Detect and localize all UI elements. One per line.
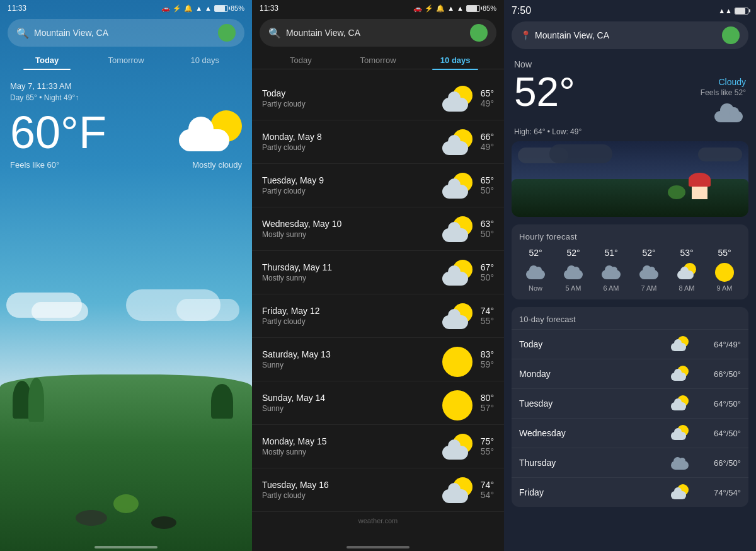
- tab-tomorrow-1[interactable]: Tomorrow: [86, 52, 165, 69]
- tenday-icon: [670, 336, 689, 352]
- big-temp-1: 60°F: [10, 110, 106, 155]
- forecast-condition: Mostly sunny: [262, 230, 434, 239]
- status-time-3: 7:50: [512, 5, 531, 16]
- tenday-day: Wednesday: [519, 428, 663, 438]
- tab-10days-1[interactable]: 10 days: [166, 52, 244, 69]
- frog-widget: [668, 185, 685, 199]
- temp-low: 50°: [481, 229, 494, 239]
- battery-pct-1: 85%: [231, 4, 244, 12]
- tenday-icon: [670, 455, 689, 471]
- forecast-day-info: TodayPartly cloudy: [262, 88, 434, 108]
- battery-pct-2: 85%: [483, 4, 496, 12]
- forecast-temps: 74°55°: [481, 306, 494, 326]
- forecast-item: Monday, May 8Partly cloudy66°49°: [252, 120, 504, 164]
- tab-today-1[interactable]: Today: [8, 52, 86, 69]
- forecast-day-name: Saturday, May 13: [262, 349, 434, 359]
- forecast-condition: Partly cloudy: [262, 187, 434, 195]
- location-pin-icon: 📍: [520, 30, 531, 40]
- tenday-section: 10-day forecast Today64°/49°Monday66°/50…: [512, 307, 748, 507]
- hourly-time: 6 AM: [595, 284, 627, 292]
- search-icon-1: 🔍: [16, 27, 29, 39]
- tenday-temps: 74°/54°: [697, 488, 741, 497]
- battery-icon-2: [466, 5, 480, 12]
- tenday-day: Monday: [519, 369, 663, 379]
- tab-10days-2[interactable]: 10 days: [416, 52, 494, 69]
- car-icon-2: 🚗: [413, 4, 422, 13]
- tab-today-2[interactable]: Today: [262, 52, 340, 69]
- forecast-day-info: Thursday, May 11Mostly sunny: [262, 262, 434, 282]
- hourly-time: 5 AM: [557, 284, 590, 292]
- green-dot-3: [722, 26, 740, 44]
- forecast-day-name: Tuesday, May 16: [262, 480, 434, 490]
- forecast-condition: Mostly sunny: [262, 448, 434, 456]
- temp-low: 54°: [481, 490, 494, 500]
- mushroom-cap: [689, 173, 711, 187]
- temp-low: 49°: [481, 142, 494, 152]
- hourly-temp: 52°: [519, 248, 552, 258]
- location-bar-3[interactable]: 📍 Mountain View, CA: [512, 21, 748, 49]
- temp-high: 75°: [481, 436, 494, 446]
- now-cloud-icon: [711, 100, 746, 125]
- cloud-shape-bump2: [729, 107, 739, 117]
- feels-like-row-1: Feels like 60° Mostly cloudy: [10, 160, 242, 170]
- forecast-temps: 65°50°: [481, 175, 494, 195]
- cloud-bg-2: [32, 302, 88, 321]
- mushroom-stem: [692, 187, 707, 199]
- forecast-condition: Partly cloudy: [262, 100, 434, 108]
- panel-widget: 7:50 ▲▲ 📍 Mountain View, CA Now 52° Clou…: [504, 0, 756, 551]
- feels-like-1: Feels like 60°: [10, 160, 59, 170]
- tenday-temps: 66°/50°: [697, 369, 741, 379]
- date-time-1: May 7, 11:33 AM: [10, 81, 242, 91]
- forecast-day-info: Monday, May 8Partly cloudy: [262, 132, 434, 152]
- now-label: Now: [514, 59, 746, 69]
- search-bar-1[interactable]: 🔍 Mountain View, CA: [8, 19, 244, 47]
- hourly-temp: 53°: [670, 248, 703, 258]
- wifi-icon: ▲: [205, 4, 212, 12]
- forecast-condition: Sunny: [262, 404, 434, 413]
- temp-low: 57°: [481, 403, 494, 413]
- tenday-day: Friday: [519, 487, 663, 497]
- hourly-temp: 51°: [595, 248, 627, 258]
- tab-tomorrow-2[interactable]: Tomorrow: [340, 52, 417, 69]
- hourly-section: Hourly forecast 52°Now52°5 AM51°6 AM52°7…: [512, 224, 748, 299]
- status-bar-2: 11:33 🚗 ⚡ 🔔 ▲ ▲ 85%: [252, 0, 504, 16]
- nav-bar-2: [346, 546, 410, 548]
- forecast-item: Tuesday, May 16Partly cloudy74°54°: [252, 468, 504, 512]
- search-bar-2[interactable]: 🔍 Mountain View, CA: [260, 19, 496, 47]
- temp-low: 55°: [481, 316, 494, 326]
- scene-cloud-3: [698, 148, 742, 161]
- tenday-icon: [670, 366, 689, 382]
- forecast-item: Sunday, May 14Sunny80°57°: [252, 381, 504, 425]
- hourly-icon: [677, 263, 697, 281]
- condition-1: Mostly cloudy: [192, 160, 242, 170]
- tenday-temps: 64°/50°: [697, 429, 741, 438]
- now-temp-row: 52° Cloudy Feels like 52°: [514, 72, 746, 125]
- forecast-condition: Sunny: [262, 361, 434, 369]
- landscape-illustration: [0, 286, 252, 551]
- forecast-day-info: Wednesday, May 10Mostly sunny: [262, 219, 434, 239]
- forecast-icon: [442, 434, 473, 459]
- temp-high: 63°: [481, 219, 494, 229]
- scene-illustration: [512, 141, 748, 217]
- forecast-day-info: Sunday, May 14Sunny: [262, 393, 434, 413]
- wifi-icon-2: ▲: [457, 4, 464, 12]
- temp-high: 80°: [481, 393, 494, 403]
- forecast-icon: [442, 260, 473, 285]
- forecast-temps: 75°55°: [481, 436, 494, 456]
- forecast-temps: 67°50°: [481, 262, 494, 282]
- hourly-item: 53°8 AM: [670, 248, 703, 292]
- forecast-item: Saturday, May 13Sunny83°59°: [252, 338, 504, 381]
- tenday-item: Today64°/49°: [512, 329, 748, 359]
- forecast-day-name: Monday, May 8: [262, 132, 434, 142]
- forecast-item: Tuesday, May 9Partly cloudy65°50°: [252, 164, 504, 207]
- hourly-temp: 52°: [633, 248, 665, 258]
- signal-icon-2: ▲: [447, 4, 454, 12]
- forecast-item: Friday, May 12Partly cloudy74°55°: [252, 294, 504, 338]
- forecast-day-name: Wednesday, May 10: [262, 219, 434, 229]
- tree-2: [28, 378, 44, 422]
- temp-high: 74°: [481, 480, 494, 490]
- rock-1: [76, 510, 107, 526]
- temp-low: 50°: [481, 185, 494, 195]
- forecast-item: Thursday, May 11Mostly sunny67°50°: [252, 251, 504, 294]
- ground-illustration: [0, 374, 252, 551]
